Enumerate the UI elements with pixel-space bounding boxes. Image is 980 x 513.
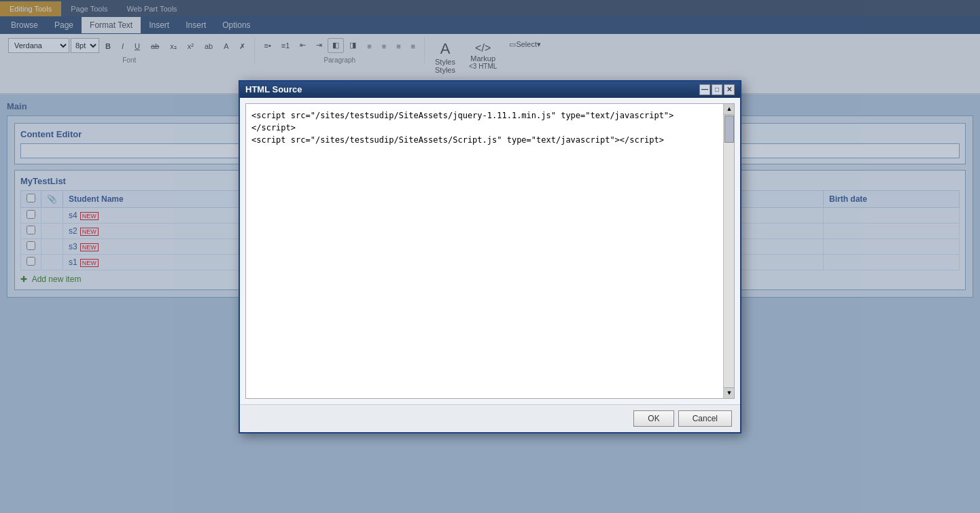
dialog-overlay: HTML Source — □ ✕ ▲ ▼ OK Cancel [0,0,980,513]
scroll-down-button[interactable]: ▼ [724,387,735,398]
dialog-title: HTML Source [245,84,302,94]
scroll-up-button[interactable]: ▲ [724,104,735,115]
ok-button[interactable]: OK [633,410,673,427]
maximize-button[interactable]: □ [712,84,722,95]
minimize-button[interactable]: — [699,84,710,95]
dialog-title-buttons: — □ ✕ [699,84,735,95]
dialog-footer: OK Cancel [240,404,740,432]
dialog-body: ▲ ▼ [245,103,735,399]
close-button[interactable]: ✕ [724,84,735,95]
html-source-dialog: HTML Source — □ ✕ ▲ ▼ OK Cancel [239,80,741,434]
scroll-thumb[interactable] [724,116,734,143]
dialog-titlebar: HTML Source — □ ✕ [240,82,740,98]
html-source-textarea[interactable] [246,104,723,389]
dialog-scrollbar: ▲ ▼ [723,104,734,398]
cancel-button[interactable]: Cancel [678,410,732,427]
